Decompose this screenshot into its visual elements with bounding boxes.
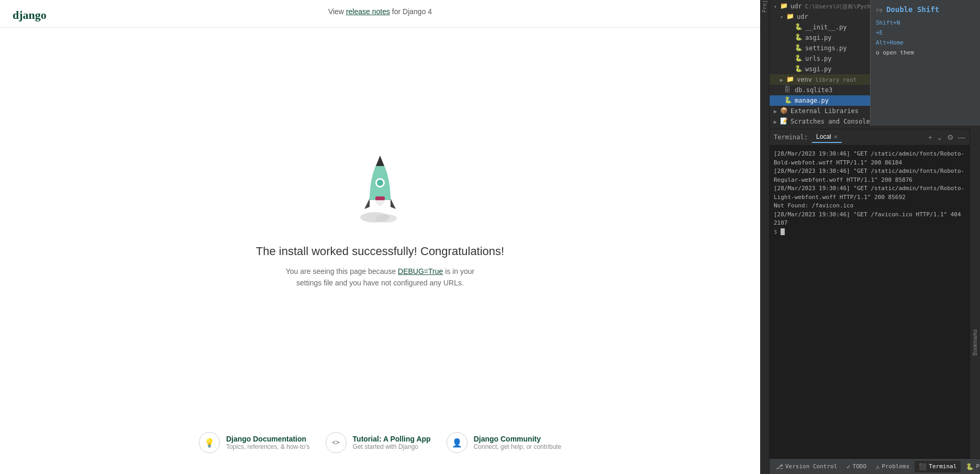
- bottom-tab-label-vc: Version Control: [785, 463, 837, 470]
- log-line-2: [28/Mar/2023 19:30:46] "GET /static/admi…: [774, 167, 965, 184]
- shortcut-key-2: +E: [876, 29, 883, 36]
- debug-text-2: is in your: [443, 267, 474, 275]
- django-brand: django: [13, 8, 47, 21]
- py-icon-settings: 🐍: [795, 44, 803, 52]
- terminal-area: Terminal: Local ✕ + ⌄ ⚙ — [28/Mar/2023 1…: [770, 129, 970, 458]
- docs-icon: 💡: [199, 432, 220, 453]
- footer-card-docs[interactable]: 💡 Django Documentation Topics, reference…: [199, 432, 310, 453]
- arrow-venv: ▶: [780, 77, 786, 83]
- folder-icon-root: 📁: [780, 2, 788, 10]
- terminal-icon: ⬛: [919, 463, 927, 470]
- debug-info: You are seeing this page because DEBUG=T…: [286, 266, 474, 289]
- chevron-down-icon[interactable]: ⌄: [937, 133, 943, 141]
- terminal-actions: + ⌄ ⚙ —: [928, 133, 965, 141]
- rocket-illustration: [349, 150, 411, 234]
- terminal-title: Terminal:: [774, 134, 808, 141]
- docs-subtitle: Topics, references, & how-to's: [226, 443, 310, 450]
- minimize-icon[interactable]: —: [958, 133, 965, 141]
- bottom-tab-python-packages[interactable]: 🐍 Python Packages: [962, 461, 980, 472]
- tree-label-external-libs: External Libraries: [790, 107, 859, 115]
- django-welcome-page: django View release notes for Django 4: [0, 0, 760, 474]
- tutorial-card-text: Tutorial: A Polling App Get started with…: [353, 435, 431, 450]
- terminal-cursor: [781, 228, 785, 235]
- django-main-content: The install worked successfully! Congrat…: [0, 28, 760, 474]
- release-notes-link[interactable]: release notes: [346, 7, 390, 16]
- terminal-body[interactable]: [28/Mar/2023 19:30:46] "GET /static/admi…: [770, 146, 970, 458]
- docs-card-text: Django Documentation Topics, references,…: [226, 435, 310, 450]
- release-notice: View release notes for Django 4: [328, 7, 432, 16]
- shortcut-key-1: Shift+N: [876, 19, 900, 26]
- shortcut-key-3: Alt+Home: [876, 39, 904, 46]
- debug-text-1: You are seeing this page because: [286, 267, 398, 275]
- bottom-tab-label-packages: Python Packages: [976, 463, 980, 470]
- shortcut-label-4: o open them: [876, 49, 914, 56]
- tab-label-local: Local: [816, 133, 831, 140]
- bottom-tab-label-terminal: Terminal: [929, 463, 956, 470]
- python-packages-icon: 🐍: [966, 463, 974, 470]
- arrow-expand-sub: ▾: [780, 14, 786, 20]
- db-icon: 🗄: [784, 86, 793, 94]
- ide-bottom-bar: ⎇ Version Control ✓ TODO ⚠ Problems ⬛ Te…: [770, 458, 980, 474]
- arrow-ext-libs: ▶: [774, 108, 780, 114]
- footer-card-tutorial[interactable]: <> Tutorial: A Polling App Get started w…: [326, 432, 431, 453]
- tree-label-root-udr: udr: [790, 3, 802, 10]
- terminal-tab-close[interactable]: ✕: [833, 134, 838, 140]
- ext-libs-icon: 📦: [780, 107, 788, 115]
- project-strip: Proj: [760, 0, 770, 474]
- arrow-expand: ▾: [774, 4, 780, 9]
- tree-label-settings: settings.py: [805, 45, 847, 52]
- tree-label-scratches: Scratches and Consoles: [790, 118, 874, 125]
- tutorial-subtitle: Get started with Django: [353, 443, 431, 450]
- bottom-tab-version-control[interactable]: ⎇ Version Control: [772, 461, 841, 472]
- release-notice-suffix: for Django 4: [390, 7, 432, 16]
- debug-text-3: settings file and you have not configure…: [296, 279, 464, 287]
- svg-point-3: [377, 180, 383, 186]
- docs-title: Django Documentation: [226, 435, 310, 443]
- tree-label-manage: manage.py: [795, 97, 829, 104]
- settings-icon[interactable]: ⚙: [947, 133, 954, 141]
- bottom-tab-terminal[interactable]: ⬛ Terminal: [915, 461, 961, 472]
- community-card-text: Django Community Connect, get help, or c…: [474, 435, 561, 450]
- svg-point-1: [376, 214, 397, 223]
- tutorial-title: Tutorial: A Polling App: [353, 435, 431, 443]
- django-footer: 💡 Django Documentation Topics, reference…: [0, 432, 760, 453]
- terminal-tab-local[interactable]: Local ✕: [812, 131, 842, 143]
- log-line-not-found: Not Found: /favicon.ico: [774, 202, 965, 211]
- tree-label-db: db.sqlite3: [795, 86, 832, 94]
- debug-link[interactable]: DEBUG=True: [398, 267, 443, 275]
- footer-card-community[interactable]: 👤 Django Community Connect, get help, or…: [447, 432, 561, 453]
- double-shift-row: re Double Shift: [876, 5, 975, 14]
- congrats-text: The install worked successfully! Congrat…: [256, 245, 504, 258]
- release-notice-prefix: View: [328, 7, 346, 16]
- terminal-prompt[interactable]: $: [774, 228, 965, 237]
- bottom-tab-label-todo: TODO: [853, 463, 867, 470]
- django-header: django View release notes for Django 4: [0, 0, 760, 28]
- shortcut-row-1: Shift+N: [876, 18, 975, 28]
- py-icon-wsgi: 🐍: [795, 65, 803, 73]
- tree-label-wsgi: wsgi.py: [805, 65, 832, 73]
- tree-label-init: __init__.py: [805, 24, 847, 31]
- bottom-tab-problems[interactable]: ⚠ Problems: [872, 461, 914, 472]
- log-line-5: [28/Mar/2023 19:30:46] "GET /favicon.ico…: [774, 211, 965, 228]
- svg-rect-4: [375, 196, 385, 201]
- problems-icon: ⚠: [876, 463, 879, 470]
- tree-label-udr-sub: udr: [797, 13, 808, 20]
- project-label: Proj: [762, 0, 767, 16]
- community-title: Django Community: [474, 435, 561, 443]
- bottom-tab-label-problems: Problems: [882, 463, 909, 470]
- py-icon-urls: 🐍: [795, 54, 803, 63]
- todo-icon: ✓: [847, 463, 850, 470]
- tutorial-icon: <>: [326, 432, 347, 453]
- bottom-tab-todo[interactable]: ✓ TODO: [842, 461, 871, 472]
- folder-icon-udr: 📁: [786, 13, 795, 21]
- terminal-header: Terminal: Local ✕ + ⌄ ⚙ —: [770, 129, 970, 146]
- double-shift-label[interactable]: Double Shift: [886, 5, 939, 14]
- search-overlay: re Double Shift Shift+N +E Alt+Home o op…: [870, 0, 980, 126]
- rocket-svg: [354, 150, 406, 224]
- bookmarks-label[interactable]: Bookmarks: [971, 324, 979, 361]
- log-line-3: [28/Mar/2023 19:30:46] "GET /static/admi…: [774, 184, 965, 202]
- everywhere-prefix: re: [876, 7, 886, 14]
- py-icon-asgi: 🐍: [795, 34, 803, 42]
- add-terminal-button[interactable]: +: [928, 133, 932, 141]
- folder-icon-venv: 📁: [786, 75, 795, 84]
